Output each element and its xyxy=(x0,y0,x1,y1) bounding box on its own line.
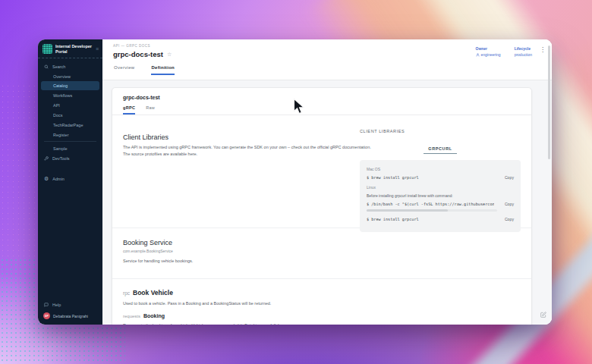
help-chat-icon xyxy=(44,303,49,307)
request-kind-label: requests xyxy=(123,314,140,318)
sidebar-pin-icon[interactable]: ≡ xyxy=(96,46,99,52)
rpc-name: Book Vehicle xyxy=(133,289,173,297)
sidebar-item-label: Admin xyxy=(52,177,65,181)
user-avatar: DP xyxy=(43,312,50,319)
tab-raw[interactable]: Raw xyxy=(146,105,155,115)
gear-icon: ⚙ xyxy=(44,176,49,181)
sidebar-item-catalog[interactable]: Catalog xyxy=(41,81,99,90)
macos-code: $ brew install grpcurl xyxy=(367,175,419,180)
favorite-star-icon[interactable]: ☆ xyxy=(167,52,172,58)
definition-card-tabs: gRPC Raw xyxy=(123,105,521,115)
entity-meta: Owner engineering Lifecycle production xyxy=(476,46,533,57)
sidebar-search-label: Search xyxy=(52,64,65,69)
page-content: grpc-docs-test gRPC Raw Client Libraries… xyxy=(102,80,552,325)
sidebar-item-workflows[interactable]: Workflows xyxy=(38,90,102,100)
code-scrollbar-thumb[interactable] xyxy=(367,209,448,212)
linux-code-1: $ /bin/bash -c "$(curl -fsSL https://raw… xyxy=(367,202,494,206)
definition-card: grpc-docs-test gRPC Raw Client Libraries… xyxy=(112,87,532,325)
section-divider xyxy=(112,278,531,279)
sidebar-item-label: Register xyxy=(53,133,68,137)
sidebar-item-label: Help xyxy=(52,303,61,307)
rpc-heading-row: rpc Book Vehicle xyxy=(123,289,521,297)
sidebar-item-label: Docs xyxy=(53,113,63,118)
sidebar-item-search[interactable]: Search xyxy=(38,61,102,71)
sidebar-item-docs[interactable]: Docs xyxy=(38,110,102,120)
linux-label: Linux xyxy=(367,185,514,190)
sidebar-item-label: Catalog xyxy=(53,83,68,88)
service-fqn: com.example.BookingService xyxy=(123,249,521,253)
entity-tabs: Overview Definition xyxy=(113,65,541,75)
request-heading-row: requests Booking xyxy=(123,313,521,318)
macos-code-row: $ brew install grpcurl Copy xyxy=(367,175,514,180)
app-title: Internal Developer Portal xyxy=(55,44,93,54)
linux-note: Before installing grpcurl install brew w… xyxy=(367,193,514,198)
sidebar-item-admin[interactable]: ⚙ Admin xyxy=(38,174,102,184)
feedback-edit-icon[interactable] xyxy=(540,307,546,321)
sidebar-item-sample[interactable]: Sample xyxy=(38,143,102,153)
lifecycle-value: production xyxy=(515,52,532,57)
search-icon xyxy=(44,64,49,69)
client-libraries-panel: CLIENT LIBRARIES gRPCurl Mac OS $ brew i… xyxy=(360,129,521,232)
page-header: API — GRPC DOCS grpc-docs-test ☆ Owner e… xyxy=(102,39,552,80)
request-description: Represents the booking of a vehicle. Veh… xyxy=(123,322,521,325)
sidebar-logo-row: Internal Developer Portal ≡ xyxy=(38,39,102,58)
app-logo-icon xyxy=(43,44,52,54)
user-name: Debabrata Panigrahi xyxy=(53,314,88,318)
tab-grpcurl[interactable]: gRPCurl xyxy=(424,146,456,154)
vertical-scrollbar-thumb[interactable] xyxy=(548,46,551,159)
linux-code-row-2: $ brew install grpcurl Copy xyxy=(367,217,514,221)
owner-label: Owner xyxy=(476,46,501,51)
sidebar-item-register[interactable]: Register xyxy=(38,130,102,140)
sidebar-item-label: Workflows xyxy=(53,93,72,98)
kebab-menu-icon[interactable]: ⋮ xyxy=(540,47,546,53)
macos-label: Mac OS xyxy=(367,167,514,171)
wrench-icon xyxy=(44,156,49,161)
definition-card-header: grpc-docs-test gRPC Raw xyxy=(112,88,531,115)
code-horizontal-scrollbar[interactable] xyxy=(367,209,497,212)
definition-card-title: grpc-docs-test xyxy=(123,95,521,100)
sidebar-item-label: Overview xyxy=(53,74,71,79)
sidebar-item-api[interactable]: API xyxy=(38,100,102,110)
client-libraries-panel-header: CLIENT LIBRARIES xyxy=(360,129,521,133)
rpc-description: Used to book a vehicle. Pass in a Bookin… xyxy=(123,300,521,307)
sidebar-user[interactable]: DP Debabrata Panigrahi xyxy=(38,309,102,325)
sidebar-spacer xyxy=(38,184,102,300)
owner-link[interactable]: engineering xyxy=(476,52,501,57)
sidebar-item-techradarpage[interactable]: TechRadarPage xyxy=(38,120,102,130)
sidebar-item-overview[interactable]: Overview xyxy=(38,71,102,81)
tab-definition[interactable]: Definition xyxy=(151,65,175,75)
linux-code-2: $ brew install grpcurl xyxy=(367,217,419,221)
lifecycle-label: Lifecycle xyxy=(515,46,532,51)
service-heading: Booking Service xyxy=(123,239,521,246)
sidebar-item-devtools[interactable]: DevTools xyxy=(38,153,102,163)
rpc-kind-label: rpc xyxy=(123,290,130,296)
sidebar-item-help[interactable]: Help xyxy=(38,300,102,309)
copy-button[interactable]: Copy xyxy=(505,217,514,221)
page-title: grpc-docs-test xyxy=(113,50,163,58)
sidebar-item-label: Sample xyxy=(53,146,68,151)
tab-overview[interactable]: Overview xyxy=(114,65,134,75)
sidebar-item-label: API xyxy=(53,103,60,108)
main-area: API — GRPC DOCS grpc-docs-test ☆ Owner e… xyxy=(102,39,552,325)
desktop: { "app": { "sidebar": { "logo_title": "I… xyxy=(0,0,592,364)
sidebar-item-label: TechRadarPage xyxy=(53,123,83,127)
sidebar: Internal Developer Portal ≡ Search Overv… xyxy=(38,39,102,325)
sidebar-divider xyxy=(44,141,96,142)
sidebar-nav: Search Overview Catalog Workflows API Do… xyxy=(38,58,102,184)
linux-code-row-1: $ /bin/bash -c "$(curl -fsSL https://raw… xyxy=(367,202,514,206)
definition-card-body: Client Libraries The API is implemented … xyxy=(112,115,531,325)
client-libraries-description: The API is implemented using gRPC framew… xyxy=(123,144,375,158)
app-window: Internal Developer Portal ≡ Search Overv… xyxy=(38,39,552,325)
tab-grpc[interactable]: gRPC xyxy=(123,105,135,115)
service-description: Service for handling vehicle bookings. xyxy=(123,258,521,265)
copy-button[interactable]: Copy xyxy=(505,202,514,206)
group-icon xyxy=(476,53,480,57)
sidebar-item-label: DevTools xyxy=(52,156,70,161)
request-name: Booking xyxy=(143,313,165,318)
copy-button[interactable]: Copy xyxy=(505,175,514,180)
install-code-card: Mac OS $ brew install grpcurl Copy Linux… xyxy=(360,160,521,232)
